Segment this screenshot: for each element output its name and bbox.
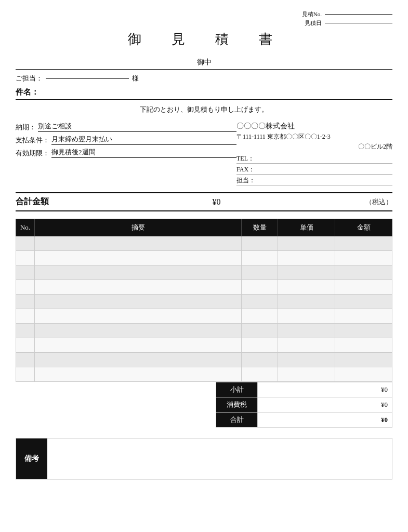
company-address: 〒111-1111 東京都〇〇区〇〇1-2-3 — [236, 132, 392, 141]
total-summary-label: 合計 — [216, 413, 258, 428]
row-qty — [242, 251, 278, 265]
items-table-section: No. 摘要 数量 単価 金額 — [16, 219, 392, 428]
row-qty — [242, 280, 278, 295]
row-price — [278, 338, 335, 353]
total-label: 合計金額 — [16, 196, 68, 207]
row-price — [278, 367, 335, 382]
row-amount — [335, 265, 392, 280]
row-desc — [35, 265, 242, 280]
total-summary-value: ¥0 — [258, 413, 392, 428]
row-qty — [242, 367, 278, 382]
row-desc — [35, 251, 242, 265]
row-desc — [35, 236, 242, 251]
row-no — [16, 236, 35, 251]
row-price — [278, 309, 335, 324]
row-no — [16, 280, 35, 295]
company-building: 〇〇ビル2階 — [236, 142, 392, 151]
total-amount: ¥0 — [68, 197, 365, 207]
row-desc — [35, 280, 242, 295]
table-row — [16, 295, 392, 309]
tel-label: TEL： — [236, 154, 254, 163]
tax-value: ¥0 — [258, 397, 392, 413]
row-qty — [242, 324, 278, 338]
row-qty — [242, 338, 278, 353]
row-amount — [335, 280, 392, 295]
delivery-value: 別途ご相談 — [38, 122, 236, 132]
remarks-content — [47, 438, 392, 479]
fax-label: FAX： — [236, 165, 255, 174]
table-row — [16, 324, 392, 338]
row-no — [16, 338, 35, 353]
remarks-label: 備考 — [16, 438, 47, 479]
quote-no-line — [325, 14, 392, 15]
quote-no-row: 見積No. — [302, 10, 392, 18]
summary-table: 小計 ¥0 消費税 ¥0 合計 ¥0 — [216, 382, 392, 428]
quote-meta: 見積No. 見積日 — [16, 10, 392, 28]
quote-date-label: 見積日 — [305, 19, 322, 27]
subtotal-label: 小計 — [216, 382, 258, 397]
intro-text: 下記のとおり、御見積もり申し上げます。 — [16, 105, 392, 114]
row-price — [278, 353, 335, 367]
header-no: No. — [16, 219, 35, 236]
row-amount — [335, 367, 392, 382]
contact-person-line — [46, 78, 129, 79]
table-row — [16, 280, 392, 295]
header-qty: 数量 — [242, 219, 278, 236]
row-qty — [242, 295, 278, 309]
row-price — [278, 324, 335, 338]
subject-row: 件名： — [16, 87, 392, 100]
quote-no-label: 見積No. — [302, 10, 322, 18]
row-no — [16, 324, 35, 338]
row-price — [278, 295, 335, 309]
info-section: 納期： 別途ご相談 支払条件： 月末締め翌月末払い 有効期限： 御見積後2週間 … — [16, 122, 392, 187]
row-desc — [35, 309, 242, 324]
header-desc: 摘要 — [35, 219, 242, 236]
row-no — [16, 367, 35, 382]
subtotal-value: ¥0 — [258, 382, 392, 397]
row-amount — [335, 309, 392, 324]
row-no — [16, 265, 35, 280]
remarks-section: 備考 — [16, 438, 392, 480]
row-price — [278, 236, 335, 251]
row-qty — [242, 265, 278, 280]
row-no — [16, 251, 35, 265]
subject-label: 件名： — [16, 87, 39, 97]
tel-value — [256, 163, 392, 163]
row-price — [278, 251, 335, 265]
document-title: 御 見 積 書 — [16, 30, 392, 48]
delivery-label: 納期： — [16, 123, 36, 132]
quote-date-line — [325, 23, 392, 23]
fax-row: FAX： — [236, 165, 392, 175]
row-qty — [242, 353, 278, 367]
row-no — [16, 309, 35, 324]
fax-value — [257, 174, 392, 174]
row-amount — [335, 251, 392, 265]
payment-row: 支払条件： 月末締め翌月末払い — [16, 135, 236, 145]
row-desc — [35, 353, 242, 367]
subtotal-row: 小計 ¥0 — [216, 382, 392, 397]
contact-person-label: ご担当： — [16, 74, 43, 83]
quote-date-row: 見積日 — [305, 19, 392, 27]
total-summary-row: 合計 ¥0 — [216, 413, 392, 428]
info-right: 〇〇〇〇株式会社 〒111-1111 東京都〇〇区〇〇1-2-3 〇〇ビル2階 … — [236, 122, 392, 187]
person-label: 担当： — [236, 176, 255, 185]
row-qty — [242, 236, 278, 251]
info-left: 納期： 別途ご相談 支払条件： 月末締め翌月末払い 有効期限： 御見積後2週間 — [16, 122, 236, 187]
header-amount: 金額 — [335, 219, 392, 236]
contact-row: ご担当： 様 — [16, 74, 392, 83]
row-amount — [335, 353, 392, 367]
table-row — [16, 251, 392, 265]
total-tax-note: （税込） — [365, 197, 392, 207]
honorific: 御中 — [16, 58, 392, 70]
header-price: 単価 — [278, 219, 335, 236]
table-header-row: No. 摘要 数量 単価 金額 — [16, 219, 392, 236]
row-desc — [35, 295, 242, 309]
row-desc — [35, 367, 242, 382]
total-row: 合計金額 ¥0 （税込） — [16, 192, 392, 211]
table-row — [16, 265, 392, 280]
row-amount — [335, 338, 392, 353]
table-row — [16, 367, 392, 382]
row-desc — [35, 324, 242, 338]
table-row — [16, 309, 392, 324]
row-price — [278, 265, 335, 280]
